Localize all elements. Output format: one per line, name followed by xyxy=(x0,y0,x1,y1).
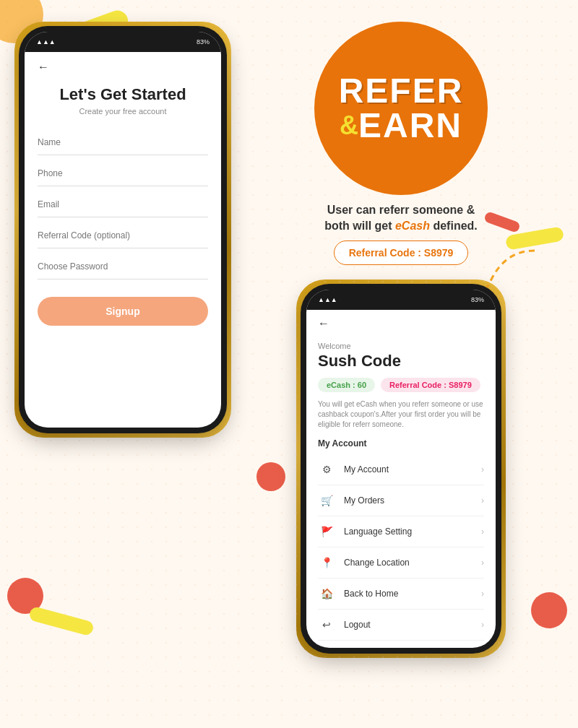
language-label: Language Setting xyxy=(344,526,481,537)
orders-icon: 🛒 xyxy=(318,492,335,509)
chevron-icon-account: › xyxy=(481,464,484,474)
status-bar-left: ▲▲▲ 83% xyxy=(25,32,221,52)
signup-screen: ← Let's Get Started Create your free acc… xyxy=(25,52,221,428)
email-input[interactable] xyxy=(38,192,208,217)
orders-label: My Orders xyxy=(344,495,481,506)
signup-subtitle: Create your free account xyxy=(38,107,208,116)
location-icon: 📍 xyxy=(318,554,335,571)
menu-item-language[interactable]: 🚩 Language Setting › xyxy=(318,516,484,547)
ampersand-icon: & xyxy=(340,113,358,139)
back-button-right[interactable]: ← xyxy=(318,317,484,330)
phone-notch-right xyxy=(368,290,434,304)
name-field-wrap xyxy=(38,130,208,155)
chevron-icon-language: › xyxy=(481,526,484,537)
password-field-wrap xyxy=(38,254,208,280)
battery-status-right: 83% xyxy=(471,296,484,303)
referral-badge: Referral Code : S8979 xyxy=(381,378,480,392)
chevron-icon-logout: › xyxy=(481,620,484,630)
welcome-label: Welcome xyxy=(318,342,484,350)
ecash-badge: eCash : 60 xyxy=(318,378,375,392)
phone-left: ▲▲▲ 83% ← Let's Get Started Create your … xyxy=(14,22,231,438)
signal-icon: ▲▲▲ xyxy=(36,38,56,46)
menu-item-home[interactable]: 🏠 Back to Home › xyxy=(318,578,484,610)
menu-item-account[interactable]: ⚙ My Account › xyxy=(318,454,484,485)
phone-right: ▲▲▲ 83% ← Welcome Sush Code xyxy=(238,280,564,658)
password-input[interactable] xyxy=(38,254,208,280)
phone-field-wrap xyxy=(38,161,208,186)
menu-item-orders[interactable]: 🛒 My Orders › xyxy=(318,485,484,516)
language-icon: 🚩 xyxy=(318,523,335,540)
account-label: My Account xyxy=(344,464,481,474)
referral-input[interactable] xyxy=(38,223,208,248)
earn-text: EARN xyxy=(358,108,462,143)
email-field-wrap xyxy=(38,192,208,217)
account-icon: ⚙ xyxy=(318,461,335,478)
signal-icon-right: ▲▲▲ xyxy=(318,296,337,303)
info-text: You will get eCash when you referr someo… xyxy=(318,399,484,430)
chevron-icon-home: › xyxy=(481,589,484,599)
my-account-section-title: My Account xyxy=(318,438,484,448)
menu-item-location[interactable]: 📍 Change Location › xyxy=(318,547,484,578)
refer-description: User can referr someone & both will get … xyxy=(317,202,485,235)
name-input[interactable] xyxy=(38,130,208,155)
location-label: Change Location xyxy=(344,558,481,568)
ecash-word: eCash xyxy=(395,220,430,232)
badges-row: eCash : 60 Referral Code : S8979 xyxy=(318,378,484,392)
refer-earn-circle: REFER & EARN xyxy=(314,22,488,195)
chevron-icon-orders: › xyxy=(481,495,484,506)
refer-earn-section: REFER & EARN User can referr someone & b… xyxy=(238,22,564,658)
account-screen: ← Welcome Sush Code eCash : 60 Referral … xyxy=(306,310,496,648)
signup-title: Let's Get Started xyxy=(38,85,208,104)
phone-input[interactable] xyxy=(38,161,208,186)
home-icon: 🏠 xyxy=(318,585,335,602)
referral-field-wrap xyxy=(38,223,208,248)
home-label: Back to Home xyxy=(344,589,481,599)
logout-icon: ↩ xyxy=(318,616,335,633)
chevron-icon-location: › xyxy=(481,558,484,568)
menu-item-logout[interactable]: ↩ Logout › xyxy=(318,610,484,641)
refer-text: REFER xyxy=(339,74,464,108)
logout-label: Logout xyxy=(344,620,481,630)
battery-status: 83% xyxy=(197,38,210,46)
phone-notch xyxy=(90,32,155,46)
back-button[interactable]: ← xyxy=(38,61,208,74)
signup-button[interactable]: Signup xyxy=(38,297,208,326)
user-name: Sush Code xyxy=(318,352,484,370)
status-bar-right: ▲▲▲ 83% xyxy=(306,290,496,310)
battery-text: 83% xyxy=(197,38,210,46)
